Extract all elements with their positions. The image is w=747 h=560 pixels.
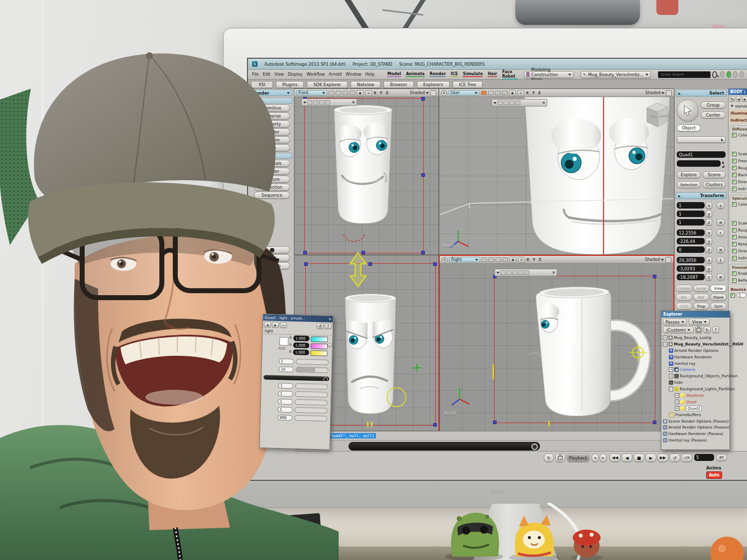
camera-icon[interactable]: ⌸ bbox=[365, 90, 372, 96]
param-field[interactable]: 1 bbox=[278, 399, 293, 405]
passes-menu-button[interactable]: Passes bbox=[663, 319, 687, 325]
minibar-slot[interactable] bbox=[307, 100, 312, 105]
next-icon[interactable]: ▸ bbox=[742, 96, 747, 102]
checkbox[interactable] bbox=[732, 133, 737, 137]
divider-knob[interactable] bbox=[323, 377, 328, 381]
memo-cam-button[interactable] bbox=[488, 91, 494, 95]
mode-sym-button[interactable]: Sym bbox=[710, 303, 727, 310]
minibar-slot[interactable] bbox=[500, 270, 505, 275]
scale-menu-button[interactable]: ≡ bbox=[717, 219, 725, 225]
minibar-slot[interactable] bbox=[313, 100, 318, 105]
viewport-letter-icon[interactable]: b bbox=[441, 90, 447, 96]
tab-netview[interactable]: Netview bbox=[351, 81, 381, 88]
go-to-start-button[interactable]: ◀◀ bbox=[610, 453, 621, 462]
axis-y-button[interactable]: y bbox=[706, 211, 712, 217]
color-swatch[interactable] bbox=[279, 337, 288, 345]
b-gradient-slider[interactable] bbox=[310, 350, 327, 356]
play-button[interactable]: ▶ bbox=[645, 453, 656, 462]
checkbox[interactable] bbox=[732, 173, 737, 177]
viewport-front-shading-dropdown[interactable]: Shaded bbox=[410, 91, 429, 95]
param-slider[interactable] bbox=[294, 415, 327, 422]
param-slider[interactable] bbox=[295, 383, 328, 390]
secondary-name-field[interactable] bbox=[677, 160, 721, 167]
checkbox[interactable] bbox=[732, 152, 737, 156]
rotate-z-field[interactable]: 0 bbox=[677, 246, 705, 253]
menu-model[interactable]: Model bbox=[387, 72, 401, 77]
param-row[interactable]: Scale bbox=[730, 150, 747, 157]
group-button[interactable]: Group bbox=[701, 102, 726, 109]
param-field[interactable]: 1 bbox=[278, 391, 293, 397]
memo-cam-button[interactable] bbox=[336, 91, 341, 95]
checkbox[interactable] bbox=[732, 221, 737, 225]
g-value-field[interactable]: 1,000 bbox=[293, 342, 309, 348]
center-button[interactable]: Center bbox=[701, 112, 726, 118]
current-frame-field[interactable]: 5 bbox=[694, 454, 714, 461]
handle[interactable] bbox=[653, 421, 656, 424]
viewport-front-camera-dropdown[interactable]: Front bbox=[296, 90, 327, 96]
checkbox[interactable] bbox=[732, 249, 737, 253]
axis-y-button[interactable]: y bbox=[706, 238, 712, 244]
loop-playback-button[interactable]: ↺ bbox=[669, 453, 680, 462]
viewport-user-minibar[interactable]: ✕ bbox=[492, 99, 547, 107]
minibar-slot[interactable] bbox=[518, 270, 523, 275]
viewport-user-camera-dropdown[interactable]: User bbox=[449, 90, 480, 96]
tree-row[interactable]: −∴Background_Lights_Partition bbox=[661, 386, 730, 392]
minibar-slot[interactable] bbox=[524, 270, 529, 275]
scope-dropdown[interactable]: (Custom) bbox=[663, 327, 694, 333]
autokey-button[interactable]: Auto bbox=[706, 471, 722, 479]
memo-cam-button[interactable] bbox=[481, 91, 487, 95]
viewport-right[interactable]: b Right ◉ ⌸ X Y Z Shaded bbox=[439, 255, 674, 451]
mode-ref-button[interactable]: Ref bbox=[693, 294, 709, 301]
expander-icon[interactable]: + bbox=[669, 374, 673, 378]
checkbox[interactable] bbox=[732, 187, 737, 191]
param-slider[interactable] bbox=[295, 399, 328, 406]
translate-mode-button[interactable]: t bbox=[717, 257, 725, 263]
rotate-menu-button[interactable]: ≡ bbox=[717, 246, 725, 253]
scene-button[interactable]: Scene bbox=[703, 171, 726, 178]
axis-toggle[interactable]: X Y Z bbox=[374, 91, 389, 95]
param-row[interactable]: Direc bbox=[730, 178, 747, 185]
axis-x-button[interactable]: x bbox=[706, 202, 712, 209]
tree-row[interactable]: RHardware Renderer bbox=[661, 354, 730, 360]
step-back-button[interactable]: ◀ bbox=[622, 453, 632, 462]
memo-cam-button[interactable] bbox=[495, 91, 500, 95]
model-selector-dropdown[interactable]: ✎ Mug_Beauty_Verschmitz... bbox=[581, 71, 651, 78]
loop-mode-button[interactable]: ↻ bbox=[544, 453, 554, 462]
param-row[interactable]: Color bbox=[730, 131, 747, 138]
tab-indirect[interactable]: Indirect bbox=[729, 116, 747, 123]
prev-icon[interactable]: ◂ bbox=[736, 96, 742, 102]
color-knob[interactable] bbox=[328, 343, 332, 347]
tab-illumination[interactable]: Illuminat bbox=[729, 110, 747, 116]
minibar-slot[interactable] bbox=[512, 270, 517, 275]
expander-icon[interactable]: + bbox=[663, 336, 667, 340]
menu-help[interactable]: Help bbox=[366, 72, 374, 77]
explore-button[interactable]: Explore bbox=[677, 171, 701, 178]
checkbox[interactable] bbox=[732, 166, 737, 170]
minibar-slot[interactable] bbox=[515, 101, 520, 105]
exposure-field[interactable]: 10 bbox=[279, 366, 294, 372]
b-value-field[interactable]: 1,000 bbox=[293, 349, 309, 355]
tree-row[interactable]: ✎mental ray (Passes) bbox=[661, 437, 730, 444]
scale-z-field[interactable]: 1 bbox=[677, 219, 705, 225]
minibar-slot[interactable] bbox=[325, 100, 330, 105]
timeline-knob[interactable] bbox=[531, 444, 538, 450]
handle[interactable] bbox=[369, 262, 372, 266]
param-row[interactable]: Refle bbox=[730, 277, 747, 284]
tree-row[interactable]: +Quad bbox=[661, 399, 730, 405]
menu-window[interactable]: Window bbox=[346, 72, 362, 77]
forward-icon[interactable]: ▸ bbox=[272, 322, 279, 328]
checkbox[interactable] bbox=[732, 228, 737, 232]
manipulator-circle[interactable] bbox=[385, 386, 408, 409]
back-icon[interactable]: ◂ bbox=[264, 322, 271, 327]
viewport-right-minibar[interactable]: ✕ bbox=[495, 269, 557, 276]
selected-object-field[interactable]: Quad1 bbox=[677, 151, 726, 158]
checkbox[interactable] bbox=[732, 242, 737, 246]
g-gradient-slider[interactable] bbox=[311, 343, 328, 349]
stop-button[interactable]: ■ bbox=[633, 453, 644, 462]
help-button[interactable]: ? bbox=[712, 327, 719, 333]
preset-row[interactable]: standa bbox=[729, 103, 747, 110]
tree-row-selected[interactable]: +Quad1 bbox=[661, 405, 730, 412]
handle[interactable] bbox=[433, 423, 437, 427]
section-divider-bar[interactable] bbox=[263, 375, 329, 381]
pan-widget-icon[interactable] bbox=[348, 252, 369, 288]
